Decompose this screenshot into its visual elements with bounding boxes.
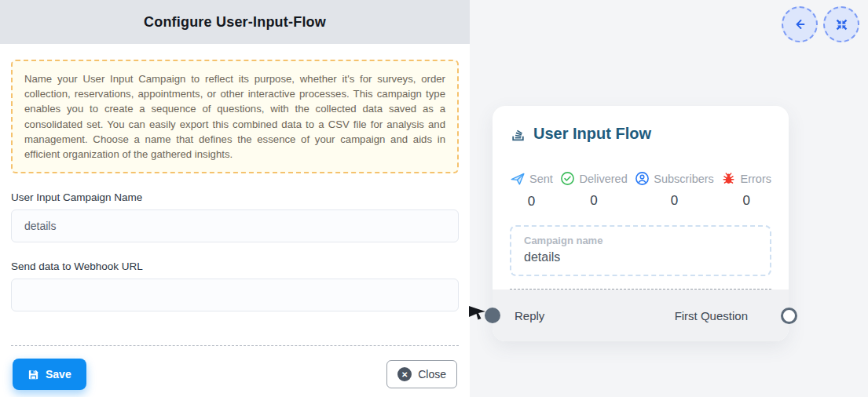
- card-title: User Input Flow: [533, 125, 651, 143]
- webhook-url-label: Send data to Webhook URL: [11, 260, 459, 272]
- user-circle-icon: [635, 171, 650, 186]
- stat-value: 0: [721, 193, 771, 209]
- campaign-preview-value: details: [524, 250, 757, 264]
- stat-label: Errors: [740, 173, 771, 185]
- card-content: User Input Flow Sent 0: [493, 106, 789, 290]
- webhook-url-input[interactable]: [11, 279, 459, 311]
- page-title: Configure User-Input-Flow: [144, 14, 326, 31]
- stat-subscribers: Subscribers 0: [635, 171, 714, 209]
- campaign-preview-label: Campaign name: [524, 235, 757, 246]
- paper-plane-icon: [510, 171, 526, 187]
- card-footer: Reply First Question: [493, 290, 789, 341]
- form-actions: Save ✕ Close: [11, 346, 459, 390]
- flow-canvas[interactable]: User Input Flow Sent 0: [470, 0, 868, 397]
- stats-row: Sent 0 Delivered 0: [510, 171, 771, 209]
- reply-label: Reply: [515, 309, 544, 322]
- close-button[interactable]: ✕ Close: [386, 360, 457, 388]
- close-circle-icon: ✕: [397, 367, 412, 381]
- save-icon: [27, 369, 39, 381]
- stat-errors: Errors 0: [721, 171, 771, 209]
- card-title-row: User Input Flow: [510, 125, 771, 143]
- stat-delivered: Delivered 0: [560, 171, 627, 209]
- fit-view-button[interactable]: [823, 6, 859, 42]
- back-button[interactable]: [782, 6, 818, 42]
- stack-icon: [510, 126, 526, 142]
- stat-sent: Sent 0: [510, 171, 553, 209]
- close-button-label: Close: [418, 368, 446, 381]
- first-question-label: First Question: [675, 309, 748, 322]
- save-button[interactable]: Save: [13, 359, 86, 390]
- campaign-name-preview: Campaign name details: [510, 225, 771, 276]
- stat-value: 0: [635, 193, 714, 209]
- user-input-flow-node[interactable]: User Input Flow Sent 0: [493, 106, 789, 341]
- stat-label: Sent: [529, 173, 553, 185]
- panel-header: Configure User-Input-Flow: [0, 0, 470, 44]
- check-circle-icon: [560, 171, 575, 186]
- stat-label: Delivered: [579, 173, 627, 185]
- save-button-label: Save: [46, 368, 71, 381]
- campaign-name-input[interactable]: [11, 209, 459, 242]
- campaign-name-label: User Input Campaign Name: [11, 191, 459, 203]
- stat-value: 0: [510, 194, 553, 209]
- stat-label: Subscribers: [654, 173, 714, 185]
- canvas-toolbar: [782, 6, 859, 42]
- panel-body: Name your User Input Campaign to reflect…: [0, 44, 470, 397]
- mouse-cursor-icon: [468, 302, 489, 326]
- bug-icon: [721, 171, 736, 186]
- stat-value: 0: [560, 193, 627, 209]
- compress-arrows-icon: [835, 18, 848, 31]
- configure-panel: Configure User-Input-Flow Name your User…: [0, 0, 470, 397]
- arrow-left-icon: [792, 16, 808, 32]
- info-callout: Name your User Input Campaign to reflect…: [11, 60, 459, 173]
- first-question-output-handle[interactable]: [781, 308, 797, 324]
